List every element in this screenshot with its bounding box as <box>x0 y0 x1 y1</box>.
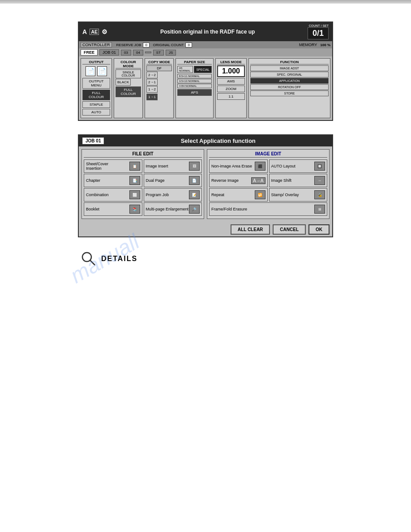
repeat-btn[interactable]: Repeat 🔁 <box>209 188 268 202</box>
count-set-label: COUNT / SET <box>309 24 329 27</box>
stamp-overlay-btn[interactable]: Stamp/ Overlay 🔏 <box>269 188 328 202</box>
full-colour-btn[interactable]: FULL COLOUR <box>82 90 110 100</box>
ams-btn[interactable]: AMS <box>217 78 245 85</box>
cancel-btn[interactable]: CANCEL <box>273 224 306 235</box>
svg-line-1 <box>90 260 95 265</box>
single-colour-btn[interactable]: SINGLE COLOUR <box>116 69 141 78</box>
paper-a5-label: A5 NORMAL <box>179 67 191 72</box>
paper-size-label: PAPER SIZE <box>177 60 212 64</box>
rotation-off-btn[interactable]: ROTATION OFF <box>250 84 329 90</box>
lens-mode-label: LENS MODE <box>217 60 245 64</box>
file-edit-header: FILE EDIT <box>84 151 202 158</box>
tab-free[interactable]: FREE <box>81 49 98 56</box>
frame-fold-icon: ⊞ <box>314 205 325 214</box>
booklet-btn[interactable]: Booklet 📚 <box>84 202 142 216</box>
store-btn[interactable]: STORE <box>250 90 329 96</box>
multipage-icon: 🔎 <box>189 205 200 214</box>
tab-extra2[interactable]: 04 <box>133 50 143 56</box>
staple-btn[interactable]: STAPLE <box>82 101 110 108</box>
paper-size3-btn[interactable]: 3.5×13 NORMAL <box>177 79 212 83</box>
copy-mode-df: DF <box>146 65 172 71</box>
combination-btn[interactable]: Combination ⬜ <box>84 188 142 202</box>
all-clear-btn[interactable]: ALL CLEAR <box>231 224 270 235</box>
full-colour-mode-btn[interactable]: FULL COLOUR <box>116 86 141 97</box>
controller-label: CONTROLLER <box>81 42 112 47</box>
mode-2to1-btn[interactable]: 2→1 <box>146 79 158 86</box>
paper-special-btn[interactable]: SPECIAL <box>194 66 212 73</box>
repeat-label: Repeat <box>211 193 255 197</box>
program-job-btn[interactable]: Program Job 📝 <box>144 188 202 202</box>
panel2-footer: ALL CLEAR CANCEL OK <box>79 222 332 236</box>
tab-job01[interactable]: JOB 01 <box>99 49 119 56</box>
paper-b4-btn[interactable]: 4 B4 NORMAL <box>177 84 212 88</box>
reverse-image-label: Reverse Image <box>211 178 251 183</box>
reserve-job-val: 0 <box>143 43 149 47</box>
tab-extra4[interactable]: ST <box>153 50 164 56</box>
booklet-icon: 📚 <box>129 205 140 214</box>
copy-icons: 📄 📄 <box>82 66 110 76</box>
original-count-label: ORIGINAL COUNT <box>153 43 184 47</box>
chapter-row: Chapter 📑 Dual Page 📄 <box>84 174 202 187</box>
mode-1to1-btn[interactable]: 1→1 <box>146 94 158 100</box>
auto-layout-btn[interactable]: AUTO Layout 🔲 <box>269 159 328 173</box>
image-edit-header: IMAGE EDIT <box>209 151 327 158</box>
output-menu-btn[interactable]: OUTPUT MENU <box>82 78 110 89</box>
image-insert-btn[interactable]: Image Insert 🖼 <box>144 159 202 173</box>
top-bar <box>0 0 411 4</box>
tab-extra5[interactable]: JS <box>166 50 176 56</box>
tab-extra3[interactable] <box>145 51 151 53</box>
combination-icon: ⬜ <box>129 190 140 199</box>
panel1-row2: CONTROLLER RESERVE JOB 0 ORIGINAL COUNT … <box>79 41 332 48</box>
reserve-job-label: RESERVE JOB <box>116 43 141 47</box>
function-section: FUNCTION IMAGE ADST SPEC. ORIGINAL APPLI… <box>248 58 330 118</box>
paper-size-section: PAPER SIZE A5 NORMAL SPECIAL 8.5×11 NORM… <box>176 58 214 118</box>
output-label: OUTPUT <box>82 60 110 64</box>
frame-fold-btn[interactable]: Frame/Fold Erasure ⊞ <box>209 202 327 216</box>
mode-1to2-btn[interactable]: 1→2 <box>146 86 158 93</box>
ratio-btn[interactable]: 1:1 <box>217 93 245 100</box>
application-btn[interactable]: APPLICATION <box>250 78 329 84</box>
auto-btn[interactable]: AUTO <box>82 109 110 116</box>
lens-mode-section: LENS MODE 1.000 AMS ZOOM 1:1 <box>215 58 247 118</box>
header-icon-A: A <box>82 28 87 35</box>
black-btn[interactable]: BLACK <box>116 79 131 86</box>
sheet-cover-btn[interactable]: Sheet/CoverInsertion 📋 <box>84 159 142 173</box>
application-function-panel: JOB 01 Select Application function FILE … <box>78 134 333 237</box>
image-edit-column: IMAGE EDIT Non-image Area Erase ⬛ AUTO L… <box>207 149 330 219</box>
reverse-image-icon: A→A <box>251 177 265 184</box>
header-icon-AE: AE <box>90 29 99 35</box>
image-adj-btn[interactable]: IMAGE ADST <box>250 65 329 71</box>
mode-2to2-btn[interactable]: 2→2 <box>146 72 158 78</box>
multipage-btn[interactable]: Multi-page Enlargement 🔎 <box>144 202 202 216</box>
sheet-cover-row: Sheet/CoverInsertion 📋 Image Insert 🖼 <box>84 159 202 173</box>
image-shift-btn[interactable]: Image Shift ↔ <box>269 174 328 187</box>
original-count-val: 0 <box>185 43 192 47</box>
colour-mode-section: COLOUR MODE SINGLE COLOUR BLACK FULL COL… <box>114 58 143 118</box>
spec-original-btn[interactable]: SPEC. ORIGINAL <box>250 72 329 77</box>
image-shift-label: Image Shift <box>271 178 315 183</box>
tab-extra1[interactable]: 03 <box>121 50 131 56</box>
program-job-icon: 📝 <box>189 190 200 199</box>
header-icon-gear: ⚙ <box>102 28 107 35</box>
panel2-columns: FILE EDIT Sheet/CoverInsertion 📋 Image I… <box>81 149 330 219</box>
dual-page-btn[interactable]: Dual Page 📄 <box>144 174 202 187</box>
chapter-icon: 📑 <box>129 176 140 185</box>
zoom-btn[interactable]: ZOOM <box>217 86 245 92</box>
repeat-stamp-row: Repeat 🔁 Stamp/ Overlay 🔏 <box>209 188 327 202</box>
copy-mode-label: COPY MODE <box>146 60 172 64</box>
copy-icon-2: 📄 <box>97 66 107 76</box>
paper-a5-btn[interactable]: A5 NORMAL <box>177 66 193 73</box>
chapter-btn[interactable]: Chapter 📑 <box>84 174 142 187</box>
reverse-image-btn[interactable]: Reverse Image A→A <box>209 174 268 187</box>
output-section: OUTPUT 📄 📄 OUTPUT MENU FULL COLOUR STAPL… <box>81 58 112 118</box>
panel2-body: FILE EDIT Sheet/CoverInsertion 📋 Image I… <box>79 146 332 222</box>
dual-page-label: Dual Page <box>146 178 189 183</box>
ok-btn[interactable]: OK <box>308 224 330 235</box>
colour-mode-label: COLOUR MODE <box>116 60 141 69</box>
copy-mode-section: COPY MODE DF 2→2 2→1 1→2 1→1 <box>145 58 174 118</box>
paper-letter-btn[interactable]: 8.5×11 NORMAL <box>177 74 212 78</box>
details-section: DETAILS <box>27 251 384 267</box>
nonimage-btn[interactable]: Non-image Area Erase ⬛ <box>209 159 268 173</box>
paper-aps-btn[interactable]: APS <box>177 89 212 96</box>
stamp-overlay-icon: 🔏 <box>314 190 325 199</box>
